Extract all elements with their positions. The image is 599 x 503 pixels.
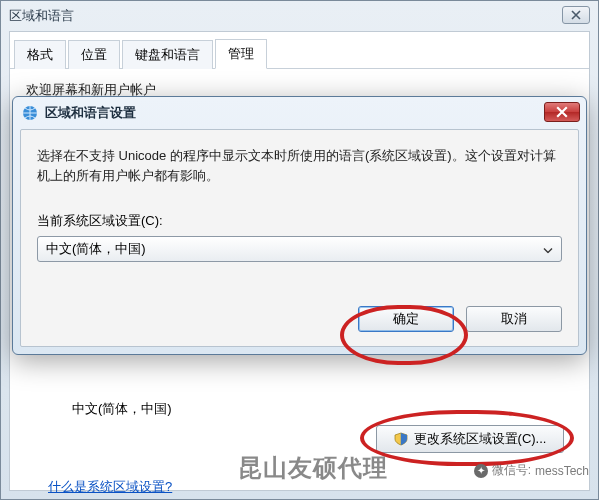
close-icon bbox=[556, 106, 568, 118]
window-close-button[interactable] bbox=[562, 6, 590, 24]
change-button-label: 更改系统区域设置(C)... bbox=[414, 430, 547, 448]
tab-admin[interactable]: 管理 bbox=[215, 39, 267, 69]
change-system-locale-button[interactable]: 更改系统区域设置(C)... bbox=[376, 425, 564, 453]
region-settings-dialog: 区域和语言设置 选择在不支持 Unicode 的程序中显示文本时所使用的语言(系… bbox=[12, 96, 587, 355]
dialog-description: 选择在不支持 Unicode 的程序中显示文本时所使用的语言(系统区域设置)。这… bbox=[37, 146, 562, 186]
globe-icon bbox=[21, 104, 39, 122]
modal-shadow: 区域和语言设置 选择在不支持 Unicode 的程序中显示文本时所使用的语言(系… bbox=[12, 96, 587, 355]
tab-location[interactable]: 位置 bbox=[68, 40, 120, 69]
what-is-locale-link[interactable]: 什么是系统区域设置? bbox=[48, 478, 172, 496]
chevron-down-icon bbox=[543, 242, 553, 257]
close-icon bbox=[571, 10, 581, 20]
dialog-button-row: 确定 取消 bbox=[37, 306, 562, 332]
ok-button[interactable]: 确定 bbox=[358, 306, 454, 332]
dialog-close-button[interactable] bbox=[544, 102, 580, 122]
tab-keyboard-language[interactable]: 键盘和语言 bbox=[122, 40, 213, 69]
window-titlebar: 区域和语言 bbox=[1, 1, 598, 31]
combo-value: 中文(简体，中国) bbox=[46, 240, 146, 258]
dialog-title: 区域和语言设置 bbox=[45, 104, 136, 122]
tab-format[interactable]: 格式 bbox=[14, 40, 66, 69]
tab-strip: 格式 位置 键盘和语言 管理 bbox=[10, 38, 589, 69]
combo-label: 当前系统区域设置(C): bbox=[37, 212, 562, 230]
cancel-button-label: 取消 bbox=[501, 310, 527, 328]
current-locale-text: 中文(简体，中国) bbox=[72, 400, 172, 418]
section-heading-truncated: 欢迎屏幕和新用户帐户 bbox=[26, 82, 156, 97]
window-title: 区域和语言 bbox=[9, 7, 74, 25]
shield-icon bbox=[394, 432, 408, 446]
cancel-button[interactable]: 取消 bbox=[466, 306, 562, 332]
dialog-titlebar: 区域和语言设置 bbox=[13, 97, 586, 129]
ok-button-label: 确定 bbox=[393, 310, 419, 328]
system-locale-combobox[interactable]: 中文(简体，中国) bbox=[37, 236, 562, 262]
dialog-body: 选择在不支持 Unicode 的程序中显示文本时所使用的语言(系统区域设置)。这… bbox=[20, 129, 579, 347]
